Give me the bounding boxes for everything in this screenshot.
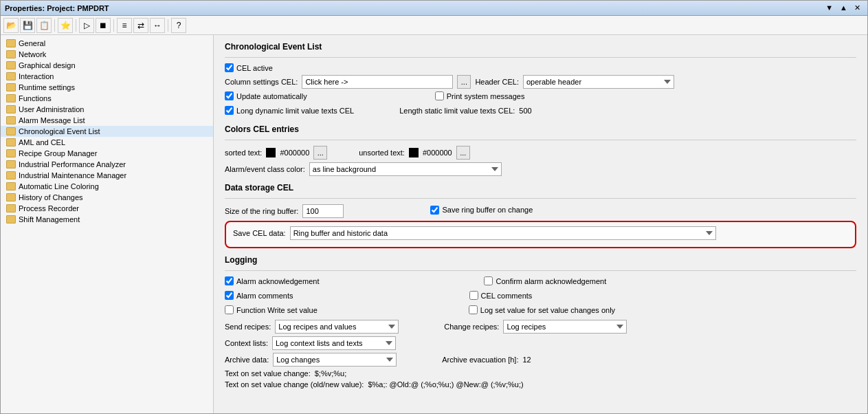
alarm-comments-row: Alarm comments <box>225 291 293 300</box>
sidebar-item-network[interactable]: Network <box>1 49 213 60</box>
sidebar-item-shift-management[interactable]: Shift Management <box>1 214 213 225</box>
update-auto-checkbox[interactable] <box>225 91 234 100</box>
function-write-checkbox[interactable] <box>225 305 234 314</box>
archive-row: Archive data: Log changes Archive evacua… <box>225 353 856 367</box>
folder-icon <box>6 160 16 168</box>
save-cel-label: Save CEL data: <box>233 229 286 237</box>
data-storage-section: Data storage CEL Size of the ring buffer… <box>225 183 856 248</box>
toolbar-btn5[interactable]: ≡ <box>117 18 132 33</box>
context-lists-dropdown[interactable]: Log context lists and texts <box>272 336 396 350</box>
context-lists-label: Context lists: <box>225 339 268 347</box>
maximize-button[interactable]: ▲ <box>837 3 850 12</box>
cel-comments-label: CEL comments <box>481 292 533 300</box>
sidebar-item-recipe-group-manager[interactable]: Recipe Group Manager <box>1 148 213 159</box>
toolbar-btn7[interactable]: ↔ <box>150 18 165 33</box>
archive-data-dropdown[interactable]: Log changes <box>273 353 397 367</box>
sidebar-label: Graphical design <box>19 61 76 69</box>
cel-active-checkbox[interactable] <box>225 63 234 72</box>
sidebar-label: AML and CEL <box>19 138 65 146</box>
log-set-value-checkbox[interactable] <box>469 305 478 314</box>
save-cel-dropdown[interactable]: Ring buffer and historic data <box>290 226 716 240</box>
sidebar-item-alarm-message-list[interactable]: Alarm Message List <box>1 115 213 126</box>
sidebar-label: History of Changes <box>19 193 83 201</box>
sidebar-label: Industrial Maintenance Manager <box>19 171 126 179</box>
length-static-row: Length static limit value texts CEL: 500 <box>399 107 532 115</box>
alarm-ack-checkbox[interactable] <box>225 276 234 285</box>
save-ring-row: Save ring buffer on change <box>430 206 533 215</box>
sidebar-item-runtime-settings[interactable]: Runtime settings <box>1 82 213 93</box>
text-set-value-label: Text on set value change: <box>225 369 311 378</box>
confirm-alarm-ack-label: Confirm alarm acknowledgement <box>496 277 606 285</box>
print-system-label: Print system messages <box>447 92 525 100</box>
function-write-label: Function Write set value <box>236 306 318 314</box>
sidebar: General Network Graphical design Interac… <box>1 35 214 413</box>
sidebar-label: General <box>19 39 45 47</box>
sidebar-item-chronological-event-list[interactable]: Chronological Event List <box>1 126 213 137</box>
folder-icon <box>6 127 16 135</box>
alarm-comments-checkbox[interactable] <box>225 291 234 300</box>
data-storage-title: Data storage CEL <box>225 183 856 193</box>
cel-section: Chronological Event List CEL active Colu… <box>225 42 856 118</box>
confirm-alarm-ack-row: Confirm alarm acknowledgement <box>484 276 606 285</box>
length-static-label: Length static limit value texts CEL: <box>399 107 515 115</box>
toolbar-btn3[interactable]: ▷ <box>79 18 94 33</box>
sidebar-item-functions[interactable]: Functions <box>1 93 213 104</box>
sorted-color-ellipsis[interactable]: ... <box>313 146 327 160</box>
toolbar-btn4[interactable]: ⏹ <box>96 18 111 33</box>
alarm-class-label: Alarm/event class color: <box>225 165 305 173</box>
long-dynamic-checkbox-row: Long dynamic limit value texts CEL <box>225 106 354 115</box>
header-cel-dropdown[interactable]: operable header <box>523 75 674 89</box>
length-static-value: 500 <box>519 107 531 115</box>
toolbar: 📂 💾 📋 ⭐ ▷ ⏹ ≡ ⇄ ↔ ? <box>1 16 867 35</box>
long-dynamic-row: Long dynamic limit value texts CEL Lengt… <box>225 106 856 118</box>
context-lists-row: Context lists: Log context lists and tex… <box>225 336 856 350</box>
sidebar-item-automatic-line-coloring[interactable]: Automatic Line Coloring <box>1 181 213 192</box>
unsorted-color-text: #000000 <box>423 149 452 157</box>
change-recipes-dropdown[interactable]: Log recipes <box>503 320 627 334</box>
toolbar-save[interactable]: 💾 <box>20 18 35 33</box>
sidebar-item-graphical-design[interactable]: Graphical design <box>1 60 213 71</box>
sidebar-item-interaction[interactable]: Interaction <box>1 71 213 82</box>
unsorted-color-ellipsis[interactable]: ... <box>456 146 470 160</box>
sidebar-item-industrial-maintenance[interactable]: Industrial Maintenance Manager <box>1 170 213 181</box>
sorted-color-swatch <box>266 148 276 157</box>
toolbar-help[interactable]: ? <box>171 18 186 33</box>
minimize-button[interactable]: ▼ <box>823 3 836 12</box>
print-system-checkbox[interactable] <box>435 91 444 100</box>
sidebar-item-process-recorder[interactable]: Process Recorder <box>1 203 213 214</box>
sorted-text-label: sorted text: <box>225 149 262 157</box>
log-set-value-row: Log set value for set value changes only <box>469 305 615 314</box>
toolbar-copy[interactable]: 📋 <box>36 18 52 33</box>
log-set-value-label: Log set value for set value changes only <box>480 306 615 314</box>
print-system-row: Print system messages <box>435 91 525 100</box>
long-dynamic-checkbox[interactable] <box>225 106 234 115</box>
toolbar-separator-2 <box>76 19 76 32</box>
ring-buffer-input[interactable] <box>302 204 344 218</box>
toolbar-star[interactable]: ⭐ <box>58 18 73 33</box>
sidebar-item-aml-cel[interactable]: AML and CEL <box>1 137 213 148</box>
text-old-new-value: $%a;: @Old:@ (;%o;%u;) @New:@ (;%v;%u;) <box>368 380 523 389</box>
toolbar-btn6[interactable]: ⇄ <box>133 18 148 33</box>
sidebar-label: Runtime settings <box>19 83 75 91</box>
cel-comments-checkbox[interactable] <box>469 291 478 300</box>
send-recipes-dropdown[interactable]: Log recipes and values <box>275 320 399 334</box>
toolbar-open[interactable]: 📂 <box>3 18 19 33</box>
confirm-alarm-ack-checkbox[interactable] <box>484 276 493 285</box>
sidebar-item-user-administration[interactable]: User Administration <box>1 104 213 115</box>
close-button[interactable]: ✕ <box>852 3 863 12</box>
folder-icon <box>6 105 16 113</box>
save-ring-checkbox[interactable] <box>430 206 439 215</box>
logging-title: Logging <box>225 255 856 265</box>
toolbar-separator-3 <box>113 19 114 32</box>
change-recipes-label: Change recipes: <box>444 323 499 331</box>
main-area: General Network Graphical design Interac… <box>1 35 867 413</box>
alarm-class-dropdown[interactable]: as line background <box>309 162 502 176</box>
ring-buffer-row: Size of the ring buffer: Save ring buffe… <box>225 204 856 218</box>
sidebar-item-general[interactable]: General <box>1 38 213 49</box>
send-change-recipes-row: Send recipes: Log recipes and values Cha… <box>225 320 856 334</box>
column-settings-input[interactable] <box>302 75 453 89</box>
column-settings-ellipsis[interactable]: ... <box>457 75 471 89</box>
colors-section-title: Colors CEL entries <box>225 124 856 134</box>
sidebar-item-industrial-performance[interactable]: Industrial Performance Analyzer <box>1 159 213 170</box>
sidebar-item-history-of-changes[interactable]: History of Changes <box>1 192 213 203</box>
